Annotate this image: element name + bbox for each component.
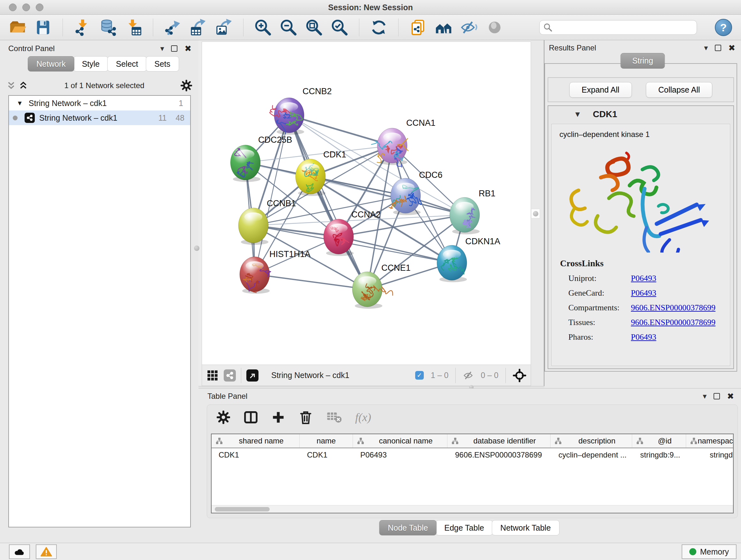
network-node-RB1[interactable]: RB1 [450,189,495,234]
export-network-icon[interactable] [164,19,181,36]
open-folder-icon[interactable] [9,19,26,36]
network-node-HIST1H1A[interactable]: HIST1H1A [240,249,311,294]
crosslink-tissues[interactable]: 9606.ENSP00000378699 [631,318,722,327]
export-image-icon[interactable] [215,19,232,36]
network-node-CCNB2[interactable]: CCNB2 [270,86,332,135]
network-collection-row[interactable]: ▼ String Network – cdk1 1 [9,96,190,111]
tab-edge-table[interactable]: Edge Table [435,520,493,536]
tab-node-table[interactable]: Node Table [379,520,436,536]
tab-network[interactable]: Network [28,56,74,71]
toolbar-separator [359,18,359,37]
network-canvas[interactable]: CCNB2CCNA1CDC25BCDK1CDC6RB1CCNB1CCNA2CDK… [202,42,531,365]
column-header-description[interactable]: description [550,434,632,448]
cell-description: cyclin–dependent ... [551,450,633,459]
zoom-out-icon[interactable] [280,19,297,36]
table-options-gear-icon[interactable] [217,411,230,424]
cell-canonical-name: P06493 [353,450,448,459]
memory-label: Memory [700,547,729,557]
network-node-CCNA1[interactable]: CCNA1 [372,118,435,167]
tab-string[interactable]: String [620,53,665,69]
column-header-name[interactable]: name [300,434,353,448]
float-panel-icon[interactable] [714,393,720,399]
column-header-canonical-name[interactable]: canonical name [353,434,448,448]
network-node-CCNE1[interactable]: CCNE1 [352,263,411,309]
table-row[interactable]: CDK1 CDK1 P06493 9606.ENSP00000378699 cy… [212,448,733,462]
tab-sets[interactable]: Sets [146,56,179,71]
tab-style[interactable]: Style [73,56,109,71]
network-graph[interactable]: CCNB2CCNA1CDC25BCDK1CDC6RB1CCNB1CCNA2CDK… [202,42,531,365]
float-panel-icon[interactable] [715,45,721,51]
zoom-in-icon[interactable] [254,19,272,36]
zoom-selected-icon[interactable] [331,19,348,36]
collapse-all-button[interactable]: Collapse All [646,82,713,98]
delete-table-icon [327,411,342,424]
global-search-input[interactable] [539,20,697,35]
clone-network-icon[interactable] [409,19,427,36]
delete-column-trash-icon[interactable] [298,410,313,425]
separator [506,368,506,383]
import-network-from-database-icon[interactable] [99,19,117,36]
search-icon [543,23,552,32]
section-expander-icon[interactable]: ▼ [574,111,582,118]
control-panel-title: Control Panel [8,44,55,53]
close-panel-icon[interactable]: ✖ [728,44,735,52]
tab-network-table[interactable]: Network Table [492,520,559,536]
close-panel-icon[interactable]: ✖ [185,44,192,53]
node-label-CCNE1: CCNE1 [381,263,411,273]
refresh-icon[interactable] [370,19,387,36]
vertical-splitter[interactable] [531,40,544,388]
column-header-shared-name[interactable]: shared name [212,434,300,448]
network-node-CCNB1[interactable]: CCNB1 [239,199,296,245]
hide-panels-eye-icon[interactable] [461,19,478,36]
show-columns-icon[interactable] [244,410,258,425]
horizontal-scrollbar[interactable] [212,505,733,513]
results-panel: Results Panel ▾ ✖ String Expand All Coll… [544,40,741,388]
cloud-status-button[interactable] [9,544,30,559]
crosslink-compartments[interactable]: 9606.ENSP00000378699 [631,303,722,313]
collapse-all-networks-icon[interactable] [6,81,16,90]
crosslink-genecard[interactable]: P06493 [631,288,722,298]
warnings-button[interactable] [36,544,57,559]
cdk1-details: cyclin–dependent kinase 1 [551,124,730,366]
help-button[interactable]: ? [715,19,732,36]
left-splitter-grip[interactable] [194,246,199,251]
save-session-icon[interactable] [35,19,52,36]
show-panels-orb-icon[interactable] [486,19,503,36]
scrollbar-thumb[interactable] [215,507,270,511]
network-node-CCNA2[interactable]: CCNA2 [324,210,381,256]
network-share-view-icon[interactable] [224,369,236,381]
collapse-panel-icon[interactable]: ▾ [703,392,706,400]
zoom-fit-icon[interactable] [306,19,323,36]
crosslink-pharos[interactable]: P06493 [631,332,722,342]
tree-expander-icon[interactable]: ▼ [17,100,23,107]
column-header-namespace[interactable]: namespac [686,434,733,448]
section-node-name: CDK1 [593,109,617,119]
memory-button[interactable]: Memory [682,544,737,559]
network-options-gear-icon[interactable] [181,80,192,91]
collapse-panel-icon[interactable]: ▾ [704,44,708,52]
tab-select[interactable]: Select [107,56,146,71]
add-column-icon[interactable] [272,411,285,424]
network-row-selected[interactable]: String Network – cdk1 11 48 [9,111,190,125]
expand-all-networks-icon[interactable] [18,81,28,90]
column-header-database-identifier[interactable]: database identifier [448,434,550,448]
toolbar-separator [153,18,153,37]
birds-eye-toggle-icon[interactable] [246,369,259,381]
node-label-CDKN1A: CDKN1A [465,237,500,246]
column-header-at-id[interactable]: @id [632,434,686,448]
collection-label: String Network – cdk1 [29,99,107,108]
import-network-icon[interactable] [74,19,91,36]
crosshair-icon[interactable] [513,369,526,382]
collapse-panel-icon[interactable]: ▾ [160,45,164,52]
crosslink-uniprot[interactable]: P06493 [631,273,722,283]
selected-nodes-checkbox-icon[interactable]: ✓ [415,371,424,380]
birds-eye-houses-icon[interactable] [435,19,452,36]
splitter-grip[interactable] [531,209,540,219]
grid-view-icon[interactable] [206,369,219,381]
close-panel-icon[interactable]: ✖ [727,392,734,400]
float-panel-icon[interactable] [171,45,178,52]
expand-all-button[interactable]: Expand All [569,82,632,98]
export-table-icon[interactable] [190,19,207,36]
network-node-CDKN1A[interactable]: CDKN1A [437,237,500,282]
import-table-icon[interactable] [125,19,142,36]
